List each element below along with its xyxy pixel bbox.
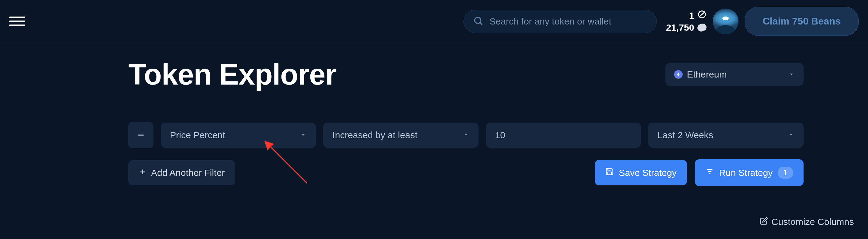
search-icon xyxy=(473,15,484,27)
actions-row: Add Another Filter Save Strategy Run Str… xyxy=(0,159,868,186)
bean-icon xyxy=(696,23,708,32)
filter-row: Price Percent Increased by at least Last… xyxy=(0,122,868,148)
network-label: Ethereum xyxy=(687,69,727,80)
run-count-badge: 1 xyxy=(778,167,793,179)
ring-icon xyxy=(698,10,707,21)
customize-columns-link[interactable]: Customize Columns xyxy=(760,217,854,227)
save-strategy-label: Save Strategy xyxy=(619,168,677,178)
chevron-down-icon xyxy=(463,130,469,140)
filter-period-select[interactable]: Last 2 Weeks xyxy=(648,123,804,148)
remove-filter-button[interactable] xyxy=(128,122,153,148)
filter-value-input[interactable] xyxy=(495,130,632,140)
stat-top-value: 1 xyxy=(689,10,694,21)
claim-beans-button[interactable]: Claim 750 Beans xyxy=(745,7,859,36)
save-strategy-button[interactable]: Save Strategy xyxy=(595,160,687,185)
run-strategy-button[interactable]: Run Strategy 1 xyxy=(695,159,804,186)
filter-metric-value: Price Percent xyxy=(170,130,225,140)
avatar[interactable] xyxy=(713,8,739,34)
menu-button[interactable] xyxy=(9,16,25,26)
chevron-down-icon xyxy=(788,69,795,80)
chevron-down-icon xyxy=(300,130,307,140)
filter-metric-select[interactable]: Price Percent xyxy=(161,123,316,148)
add-filter-label: Add Another Filter xyxy=(151,168,225,178)
points-display: 1 21,750 xyxy=(666,10,707,33)
chevron-down-icon xyxy=(787,130,794,140)
search-box[interactable] xyxy=(463,10,657,33)
svg-line-1 xyxy=(480,23,482,25)
stat-bottom-value: 21,750 xyxy=(666,22,694,33)
filter-value-input-wrap[interactable] xyxy=(486,123,641,148)
network-selector[interactable]: Ethereum xyxy=(665,63,804,86)
filter-condition-value: Increased by at least xyxy=(332,130,417,140)
search-input[interactable] xyxy=(490,16,647,27)
save-icon xyxy=(605,167,614,178)
filter-condition-select[interactable]: Increased by at least xyxy=(323,123,478,148)
add-filter-button[interactable]: Add Another Filter xyxy=(128,160,235,185)
plus-icon xyxy=(139,168,147,178)
customize-columns-label: Customize Columns xyxy=(772,217,854,227)
topbar: 1 21,750 Claim 750 Beans xyxy=(0,0,868,43)
svg-point-0 xyxy=(475,17,481,23)
page-title: Token Explorer xyxy=(128,58,336,91)
filter-icon xyxy=(705,167,714,178)
main-content: Token Explorer Ethereum Price Percent In… xyxy=(0,43,868,227)
ethereum-icon xyxy=(674,70,683,79)
edit-icon xyxy=(760,217,768,227)
run-strategy-label: Run Strategy xyxy=(719,168,773,178)
filter-period-value: Last 2 Weeks xyxy=(657,130,713,140)
